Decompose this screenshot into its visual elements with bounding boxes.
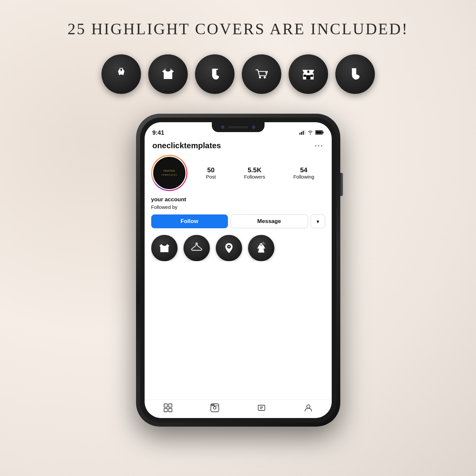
svg-rect-12 (310, 75, 313, 77)
nav-profile-icon[interactable] (304, 403, 313, 415)
sensor-dot (252, 126, 255, 129)
svg-rect-10 (306, 75, 310, 79)
avatar-inner: OneClick TEMPLATES (152, 156, 186, 190)
highlight-covers-row (101, 54, 375, 94)
phone-inner-shell: 9:41 (140, 118, 336, 423)
instagram-content: oneclicktemplates ··· OneClick (145, 138, 332, 400)
dropdown-button[interactable]: ▾ (311, 214, 325, 228)
ig-username: oneclicktemplates (153, 141, 221, 150)
svg-point-7 (259, 76, 261, 79)
signal-icon (299, 130, 305, 136)
camera-dot (221, 126, 224, 129)
followers-count: 5.5K (244, 166, 265, 174)
jacket-highlight-icon (157, 241, 172, 255)
svg-point-2 (121, 73, 122, 74)
stat-posts: 50 Post (206, 166, 216, 180)
highlight-suit (101, 54, 141, 94)
svg-point-1 (121, 72, 122, 73)
svg-rect-14 (352, 68, 356, 70)
speaker-bar (228, 126, 248, 128)
posts-label: Post (206, 174, 216, 180)
phone-power-button (340, 173, 343, 196)
highlight-socks2 (335, 54, 375, 94)
socks-icon (206, 66, 223, 83)
svg-rect-27 (164, 408, 167, 412)
nav-tv-icon[interactable] (257, 403, 266, 415)
svg-rect-15 (299, 133, 300, 135)
svg-rect-20 (322, 131, 323, 133)
following-label: Following (293, 174, 314, 180)
highlight-socks (195, 54, 235, 94)
page-title: 25 HIGHLIGHT COVERS ARE INCLUDED! (68, 20, 408, 38)
more-options-icon[interactable]: ··· (315, 141, 324, 150)
bottom-nav (145, 400, 332, 418)
svg-rect-18 (304, 130, 305, 135)
avatar-logo-line2: TEMPLATES (161, 174, 177, 176)
story-highlights (151, 235, 325, 261)
svg-rect-25 (164, 404, 167, 407)
cart-icon (253, 66, 270, 83)
highlight-clothing (148, 54, 188, 94)
hanger-highlight-icon (189, 241, 204, 255)
highlight-cart (242, 54, 281, 94)
account-name: your account (151, 196, 325, 203)
action-buttons: Follow Message ▾ (151, 214, 325, 228)
svg-rect-13 (307, 70, 309, 73)
svg-rect-16 (301, 132, 302, 135)
posts-count: 50 (206, 166, 216, 174)
battery-icon (315, 130, 324, 136)
nav-reels-icon[interactable] (210, 403, 219, 415)
svg-point-30 (213, 406, 216, 409)
phone-screen: 9:41 (145, 122, 332, 418)
socks2-icon (347, 66, 364, 83)
svg-rect-21 (316, 131, 322, 134)
store-icon (300, 66, 317, 83)
svg-point-31 (211, 404, 213, 406)
profile-avatar: OneClick TEMPLATES (151, 155, 187, 191)
nav-grid-icon[interactable] (163, 403, 173, 415)
story-highlight-hanger[interactable] (183, 235, 210, 261)
svg-rect-11 (303, 75, 306, 77)
stat-followers: 5.5K Followers (244, 166, 265, 180)
svg-point-24 (228, 246, 229, 247)
followed-by: Followed by (151, 204, 325, 210)
svg-rect-26 (169, 404, 172, 407)
followers-label: Followers (244, 174, 265, 180)
phone-mockup: 9:41 (136, 114, 340, 427)
stat-following: 54 Following (293, 166, 314, 180)
time-display: 9:41 (153, 129, 164, 136)
highlight-store (289, 54, 328, 94)
message-button[interactable]: Message (231, 214, 308, 228)
pin-highlight-icon (222, 241, 236, 255)
suit-icon (113, 66, 130, 83)
wifi-icon (307, 130, 313, 136)
main-content: 25 HIGHLIGHT COVERS ARE INCLUDED! (0, 0, 476, 427)
svg-rect-28 (169, 408, 172, 412)
svg-point-8 (264, 76, 266, 79)
story-highlight-jacket[interactable] (151, 235, 178, 261)
svg-point-22 (196, 243, 197, 244)
phone-outer-shell: 9:41 (136, 114, 340, 427)
profile-row: OneClick TEMPLATES 50 Post (151, 155, 325, 191)
svg-point-32 (213, 404, 214, 406)
svg-rect-17 (303, 131, 304, 135)
status-icons (299, 130, 324, 136)
story-highlight-pin[interactable] (216, 235, 242, 261)
phone-notch (212, 122, 265, 132)
avatar-logo-line1: OneClick (163, 169, 175, 172)
clothing-icon (159, 66, 177, 83)
stats-row: 50 Post 5.5K Followers 54 Following (195, 166, 325, 180)
story-highlight-dress[interactable] (248, 235, 274, 261)
ig-header: oneclicktemplates ··· (151, 138, 325, 155)
follow-button[interactable]: Follow (151, 214, 228, 228)
svg-point-34 (307, 405, 310, 408)
dress-highlight-icon (254, 241, 268, 255)
following-count: 54 (293, 166, 314, 174)
svg-rect-6 (213, 69, 218, 70)
